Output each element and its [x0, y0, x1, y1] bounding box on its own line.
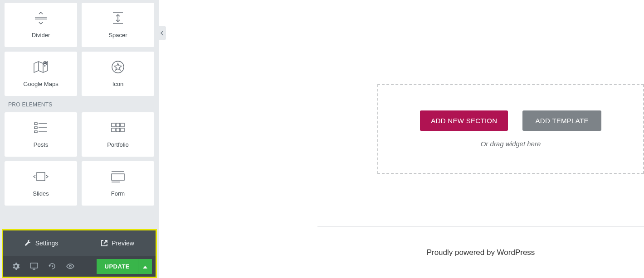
widget-divider[interactable]: Divider	[5, 3, 77, 47]
panel-actions-highlight: Settings Preview	[2, 229, 157, 278]
preview-changes-button[interactable]	[61, 264, 79, 269]
caret-up-icon	[143, 266, 147, 268]
widget-spacer[interactable]: Spacer	[82, 3, 154, 47]
widget-slides[interactable]: Slides	[5, 161, 77, 206]
svg-rect-19	[116, 128, 120, 132]
svg-rect-15	[112, 123, 115, 127]
widget-form[interactable]: Form	[82, 161, 154, 206]
slides-icon	[33, 170, 49, 183]
svg-point-7	[44, 62, 46, 64]
external-link-icon	[101, 240, 108, 247]
footer-credit: Proudly powered by WordPress	[317, 248, 644, 257]
elements-sidebar: Divider Spacer	[0, 0, 159, 278]
gear-icon	[12, 263, 20, 270]
widget-label: Spacer	[108, 32, 127, 38]
form-icon	[111, 170, 125, 183]
widget-label: Portfolio	[107, 141, 129, 148]
divider-icon	[34, 12, 48, 24]
widget-google-maps[interactable]: Google Maps	[5, 52, 77, 96]
spacer-icon	[111, 12, 125, 24]
svg-rect-25	[30, 263, 38, 268]
wrench-icon	[24, 240, 32, 247]
svg-rect-13	[34, 131, 37, 133]
widget-portfolio[interactable]: Portfolio	[82, 112, 154, 157]
new-section-dropzone[interactable]: ADD NEW SECTION ADD TEMPLATE Or drag wid…	[377, 84, 644, 174]
svg-rect-17	[121, 123, 124, 127]
widget-label: Google Maps	[23, 81, 58, 87]
update-options-button[interactable]	[138, 259, 152, 274]
svg-point-28	[69, 265, 71, 267]
svg-rect-16	[116, 123, 120, 127]
svg-rect-9	[34, 123, 37, 125]
preview-button[interactable]: Preview	[79, 230, 156, 256]
add-new-section-button[interactable]: ADD NEW SECTION	[420, 110, 508, 131]
settings-button[interactable]: Settings	[3, 230, 79, 256]
desktop-icon	[30, 263, 38, 270]
add-template-button[interactable]: ADD TEMPLATE	[522, 110, 601, 131]
widget-label: Slides	[33, 190, 49, 197]
widget-label: Divider	[32, 32, 50, 38]
widget-label: Form	[111, 190, 125, 197]
svg-rect-11	[34, 127, 37, 129]
widget-icon[interactable]: Icon	[82, 52, 154, 96]
preview-canvas: ADD NEW SECTION ADD TEMPLATE Or drag wid…	[159, 0, 644, 278]
history-button[interactable]	[43, 263, 61, 270]
preview-label: Preview	[112, 240, 134, 247]
pro-elements-heading: PRO ELEMENTS	[5, 96, 154, 112]
svg-rect-23	[112, 174, 124, 180]
svg-rect-18	[112, 128, 115, 132]
map-icon	[33, 61, 49, 73]
footer-divider	[317, 226, 644, 227]
portfolio-icon	[111, 121, 125, 134]
drag-hint-text: Or drag widget here	[481, 140, 541, 148]
star-icon	[111, 61, 125, 73]
eye-icon	[66, 264, 74, 269]
posts-icon	[34, 121, 48, 134]
widget-label: Posts	[34, 141, 49, 148]
widget-posts[interactable]: Posts	[5, 112, 77, 157]
svg-rect-20	[121, 128, 124, 132]
history-icon	[49, 263, 56, 270]
page-settings-button[interactable]	[7, 263, 25, 270]
update-button[interactable]: UPDATE	[97, 259, 138, 274]
responsive-mode-button[interactable]	[25, 263, 43, 270]
svg-rect-21	[37, 173, 45, 181]
settings-label: Settings	[35, 240, 59, 247]
widget-label: Icon	[112, 81, 124, 87]
